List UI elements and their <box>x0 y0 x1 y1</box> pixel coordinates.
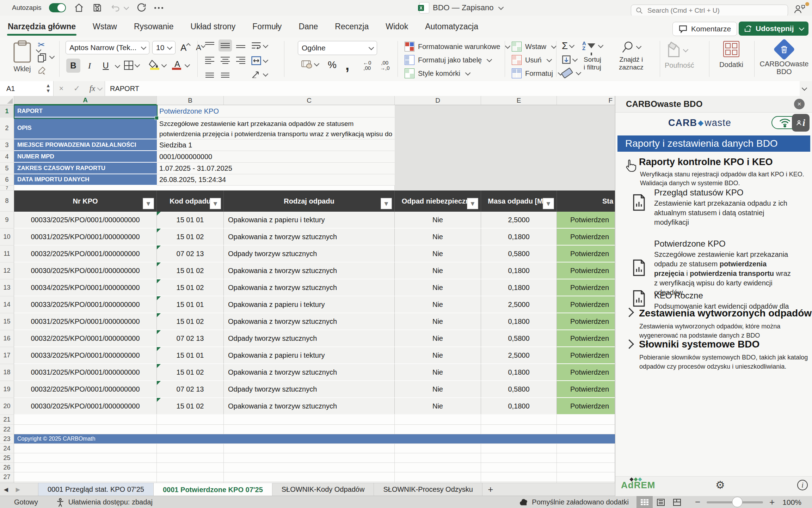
zoom-in-button[interactable]: + <box>769 497 775 508</box>
comma-style-button[interactable]: , <box>345 57 349 73</box>
table-cell[interactable]: Odpady tworzyw sztucznych <box>224 330 395 347</box>
document-title[interactable]: X BDO — Zapisano <box>419 0 503 16</box>
empty-cell[interactable] <box>395 415 481 425</box>
table-cell[interactable]: Potwierdzen <box>557 229 615 246</box>
table-cell[interactable]: 15 01 02 <box>157 229 224 246</box>
table-cell[interactable]: 00033/2025/KPO/0001/000000000 <box>14 347 157 364</box>
insert-cells-button[interactable]: Wstaw <box>512 42 556 52</box>
column-header-D[interactable]: D <box>395 96 481 105</box>
undo-icon[interactable] <box>110 2 121 13</box>
select-all-corner[interactable] <box>0 96 14 105</box>
column-header-A[interactable]: A <box>14 96 157 105</box>
empty-cell[interactable] <box>224 463 395 472</box>
save-icon[interactable] <box>92 2 103 13</box>
table-cell[interactable]: Potwierdzen <box>557 313 615 330</box>
row-header-10[interactable]: 10 <box>0 229 14 246</box>
carbowaste-addin-button[interactable]: CARBOOwasteBDO <box>758 40 811 75</box>
table-cell[interactable]: Potwierdzen <box>557 279 615 296</box>
table-cell[interactable]: 0,1800 <box>481 313 557 330</box>
spreadsheet-grid[interactable]: ABCDEF1RAPORTPotwierdzone KPO2OPISSzczeg… <box>0 96 615 483</box>
row-header-14[interactable]: 14 <box>0 296 14 313</box>
table-cell[interactable]: Nie <box>395 279 481 296</box>
row-header-20[interactable]: 20 <box>0 398 14 415</box>
delete-cells-button[interactable]: Usuń <box>512 55 551 65</box>
table-cell[interactable]: Odpady tworzyw sztucznych <box>224 381 395 398</box>
info-value-cell[interactable]: Potwierdzone KPO <box>157 105 395 117</box>
info-label-cell[interactable]: RAPORT <box>14 105 157 117</box>
zoom-slider[interactable] <box>707 501 763 503</box>
table-cell[interactable]: 07 02 13 <box>157 381 224 398</box>
underline-button[interactable]: U <box>99 59 113 73</box>
row-header-25[interactable]: 25 <box>0 453 14 463</box>
row-header-8[interactable]: 8 <box>0 190 14 212</box>
table-cell[interactable]: 15 01 02 <box>157 279 224 296</box>
clear-button[interactable] <box>562 70 580 76</box>
table-cell[interactable]: Nie <box>395 381 481 398</box>
sheet-tab-słownik-kody-odpadów[interactable]: SŁOWNIK-Kody Odpadów <box>272 483 374 496</box>
row-header-1[interactable]: 1 <box>0 105 14 117</box>
accessibility-button[interactable]: Ułatwienia dostępu: zbadaj <box>56 498 153 507</box>
table-cell[interactable]: 00031/2025/KPO/0001/000000000 <box>14 229 157 246</box>
table-cell[interactable]: 00032/2025/KPO/0001/000000000 <box>14 330 157 347</box>
ribbon-tab-wstaw[interactable]: Wstaw <box>92 16 118 37</box>
column-header-C[interactable]: C <box>224 96 395 105</box>
ribbon-tab-widok[interactable]: Widok <box>385 16 409 37</box>
row-header-17[interactable]: 17 <box>0 347 14 364</box>
paste-button[interactable]: Wklej <box>13 40 32 73</box>
decrease-decimal-button[interactable]: ,00→,0 <box>380 60 390 71</box>
settings-gear-icon[interactable]: ⚙ <box>715 479 725 491</box>
table-cell[interactable]: 00032/2025/KPO/0001/000000000 <box>14 246 157 262</box>
table-cell[interactable]: Opakowania z tworzyw sztucznych <box>224 313 395 330</box>
table-cell[interactable]: 15 01 01 <box>157 296 224 313</box>
info-label-cell[interactable]: MIEJSCE PROWADZENIA DZIAŁALNOŚCI <box>14 139 157 151</box>
row-header-21[interactable]: 21 <box>0 415 14 425</box>
table-header-6[interactable]: Sta <box>557 190 615 212</box>
increase-indent-icon[interactable] <box>219 69 232 81</box>
table-cell[interactable]: Potwierdzen <box>557 262 615 279</box>
table-cell[interactable]: Nie <box>395 347 481 364</box>
table-cell[interactable]: 0,1800 <box>481 364 557 381</box>
table-cell[interactable]: Potwierdzen <box>557 347 615 364</box>
ribbon-tab-narzędzia-główne[interactable]: Narzędzia główne <box>7 16 76 37</box>
format-painter-icon[interactable] <box>37 66 47 75</box>
empty-gray-area[interactable] <box>395 174 615 186</box>
table-cell[interactable]: Opakowania z tworzyw sztucznych <box>224 279 395 296</box>
borders-button[interactable] <box>124 61 139 70</box>
row-header-16[interactable]: 16 <box>0 330 14 347</box>
empty-cell[interactable] <box>557 453 615 463</box>
table-cell[interactable]: Opakowania z papieru i tektury <box>224 296 395 313</box>
empty-cell[interactable] <box>14 425 157 434</box>
table-cell[interactable]: 00032/2025/KPO/0001/000000000 <box>14 381 157 398</box>
column-header-B[interactable]: B <box>157 96 224 105</box>
ribbon-tab-recenzja[interactable]: Recenzja <box>334 16 369 37</box>
enter-icon[interactable]: ✓ <box>69 84 85 93</box>
sheet-tab-słownik-procesy-odzysku[interactable]: SŁOWNIK-Procesy Odzysku <box>374 483 482 496</box>
share-button[interactable]: Udostępnij <box>739 22 808 36</box>
column-header-F[interactable]: F <box>557 96 615 105</box>
more-options-icon[interactable] <box>154 7 163 9</box>
table-cell[interactable]: 0,1800 <box>481 229 557 246</box>
copy-chevron-icon[interactable] <box>49 54 55 59</box>
row-header-15[interactable]: 15 <box>0 313 14 330</box>
name-box[interactable]: A1 ▲▼ <box>0 81 54 96</box>
format-as-table-button[interactable]: Formatuj jako tabelę <box>405 55 491 65</box>
table-cell[interactable]: Nie <box>395 229 481 246</box>
wrap-text-button[interactable] <box>251 41 267 51</box>
empty-cell[interactable] <box>481 444 557 453</box>
fill-color-button[interactable] <box>148 59 166 71</box>
table-header-1[interactable]: Nr KPO▼ <box>14 190 157 212</box>
row-header-26[interactable]: 26 <box>0 463 14 472</box>
copyright-cell[interactable]: Copyright © 2025 CARBOmath <box>14 434 615 444</box>
table-cell[interactable]: Opakowania z tworzyw sztucznych <box>224 398 395 415</box>
empty-cell[interactable] <box>481 425 557 434</box>
italic-button[interactable]: I <box>82 59 97 73</box>
font-name-select[interactable]: Aptos Narrow (Tek... <box>66 41 149 54</box>
font-size-select[interactable]: 10 <box>152 41 176 54</box>
empty-cell[interactable] <box>224 425 395 434</box>
table-cell[interactable]: Opakowania z tworzyw sztucznych <box>224 364 395 381</box>
table-cell[interactable]: 2,5000 <box>481 212 557 229</box>
font-color-button[interactable]: A <box>171 59 189 71</box>
align-left-icon[interactable] <box>203 54 216 66</box>
formula-bar-expand-icon[interactable] <box>802 85 807 91</box>
empty-cell[interactable] <box>157 453 224 463</box>
